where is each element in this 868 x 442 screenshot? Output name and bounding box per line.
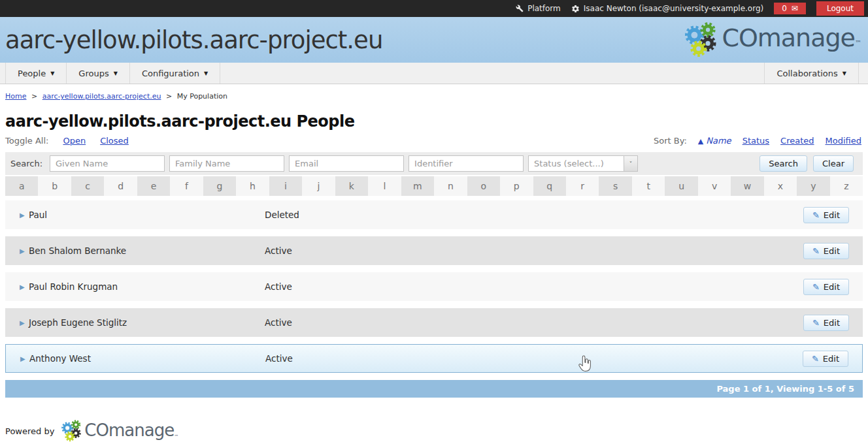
logout-button[interactable]: Logout [816,1,864,16]
family-name-input[interactable] [169,155,284,172]
alphabet-letter-t[interactable]: t [632,176,665,196]
edit-button[interactable]: ✎ Edit [803,207,849,223]
collaboration-title: aarc-yellow.pilots.aarc-project.eu [5,26,382,54]
sort-status-link[interactable]: Status [743,136,769,146]
powered-by-label: Powered by [5,426,54,436]
toggle-all-label: Toggle All: [5,136,48,146]
alphabet-letter-a[interactable]: a [5,176,38,196]
person-status: Active [265,353,293,364]
alphabet-letter-p[interactable]: p [500,176,533,196]
edit-button[interactable]: ✎ Edit [803,315,849,331]
chevron-down-icon: ▼ [50,71,54,76]
alphabet-letter-k[interactable]: k [335,176,368,196]
alphabet-letter-f[interactable]: f [170,176,203,196]
person-status: Active [265,317,292,328]
platform-menu[interactable]: Platform [516,4,561,13]
app-header: aarc-yellow.pilots.aarc-project.eu COman… [0,17,868,63]
pencil-icon: ✎ [812,246,820,256]
expand-triangle-icon[interactable]: ▶ [20,355,29,362]
alphabet-bar: abcdefghijklmnopqrstuvwxyz [5,176,863,196]
alphabet-letter-m[interactable]: m [401,176,434,196]
user-menu[interactable]: Isaac Newton (isaac@university-example.o… [571,4,763,13]
toggle-open-link[interactable]: Open [63,136,86,146]
alphabet-letter-s[interactable]: s [599,176,631,196]
toggle-closed-link[interactable]: Closed [100,136,129,146]
sort-current-label: Name [706,136,731,146]
alphabet-letter-c[interactable]: c [71,176,104,196]
search-button[interactable]: Search [760,155,807,172]
status-select[interactable]: Status (select...) ˅ [528,155,638,172]
toggle-all-group: Toggle All: Open Closed [5,136,129,146]
pagination-bar: Page 1 of 1, Viewing 1-5 of 5 [5,380,863,398]
edit-button-label: Edit [823,354,839,364]
alphabet-letter-x[interactable]: x [764,176,797,196]
person-status: Active [265,245,292,256]
breadcrumb-home-link[interactable]: Home [5,92,26,101]
nav-item-collaborations[interactable]: Collaborations ▼ [764,63,859,84]
edit-button[interactable]: ✎ Edit [803,351,848,367]
wrench-icon [516,5,524,12]
alphabet-letter-q[interactable]: q [533,176,566,196]
gear-icon [571,5,580,13]
sort-created-link[interactable]: Created [780,136,814,146]
alphabet-letter-d[interactable]: d [104,176,137,196]
nav-label: Configuration [142,69,199,78]
clear-button[interactable]: Clear [813,155,854,172]
alphabet-letter-v[interactable]: v [698,176,731,196]
edit-button[interactable]: ✎ Edit [803,243,849,259]
main-nav: People ▼ Groups ▼ Configuration ▼ Collab… [0,63,868,84]
alphabet-letter-b[interactable]: b [38,176,71,196]
sort-name-link[interactable]: ▲Name [698,136,731,146]
person-row[interactable]: ▶ Paul Deleted ✎ Edit [5,200,863,229]
edit-button[interactable]: ✎ Edit [803,279,849,295]
chevron-down-icon: ▼ [204,71,208,76]
nav-item-people[interactable]: People ▼ [5,63,67,84]
alphabet-letter-u[interactable]: u [665,176,697,196]
search-panel: Search: Status (select...) ˅ Search Clea… [5,152,863,175]
alphabet-letter-z[interactable]: z [830,176,863,196]
footer: Powered by COmanage ™ [5,420,868,442]
sort-by-label: Sort By: [654,136,687,146]
person-row[interactable]: ▶ Paul Robin Krugman Active ✎ Edit [5,272,863,301]
comanage-logo: COmanage ™ [684,22,861,57]
alphabet-letter-l[interactable]: l [368,176,401,196]
nav-item-configuration[interactable]: Configuration ▼ [130,63,220,84]
breadcrumb-separator: > [166,92,172,101]
page-title: aarc-yellow.pilots.aarc-project.eu Peopl… [0,101,868,132]
status-select-value: Status (select...) [534,159,604,168]
person-row[interactable]: ▶ Joseph Eugene Stiglitz Active ✎ Edit [5,308,863,337]
breadcrumb-separator: > [31,92,37,101]
alphabet-letter-i[interactable]: i [269,176,302,196]
alphabet-letter-n[interactable]: n [434,176,467,196]
expand-triangle-icon[interactable]: ▶ [20,247,29,255]
search-buttons: Search Clear [760,155,858,172]
search-label: Search: [10,159,42,168]
comanage-logo-text: COmanage [84,420,174,442]
person-row[interactable]: ▶ Ben Shalom Bernanke Active ✎ Edit [5,236,863,265]
mail-badge[interactable]: 0 ✉ [774,3,806,14]
expand-triangle-icon[interactable]: ▶ [20,212,29,219]
person-status: Active [265,281,292,292]
alphabet-letter-j[interactable]: j [302,176,335,196]
alphabet-letter-o[interactable]: o [467,176,500,196]
alphabet-letter-h[interactable]: h [236,176,269,196]
identifier-input[interactable] [409,155,524,172]
expand-triangle-icon[interactable]: ▶ [20,283,29,291]
comanage-logo-tm: ™ [174,434,178,439]
person-row[interactable]: ▶ Anthony West Active ✎ Edit [5,344,863,373]
comanage-logo-tm: ™ [855,39,861,46]
nav-right: Collaborations ▼ [759,63,868,84]
breadcrumb-collaboration-link[interactable]: aarc-yellow.pilots.aarc-project.eu [42,92,161,101]
chevron-down-icon: ▼ [114,71,118,76]
expand-triangle-icon[interactable]: ▶ [20,319,29,326]
sort-modified-link[interactable]: Modified [826,136,861,146]
email-input[interactable] [289,155,404,172]
nav-item-groups[interactable]: Groups ▼ [67,63,130,84]
alphabet-letter-e[interactable]: e [137,176,170,196]
alphabet-letter-g[interactable]: g [203,176,236,196]
alphabet-letter-y[interactable]: y [797,176,829,196]
alphabet-letter-w[interactable]: w [731,176,763,196]
alphabet-letter-r[interactable]: r [566,176,599,196]
person-name: Anthony West [29,353,265,364]
given-name-input[interactable] [50,155,165,172]
